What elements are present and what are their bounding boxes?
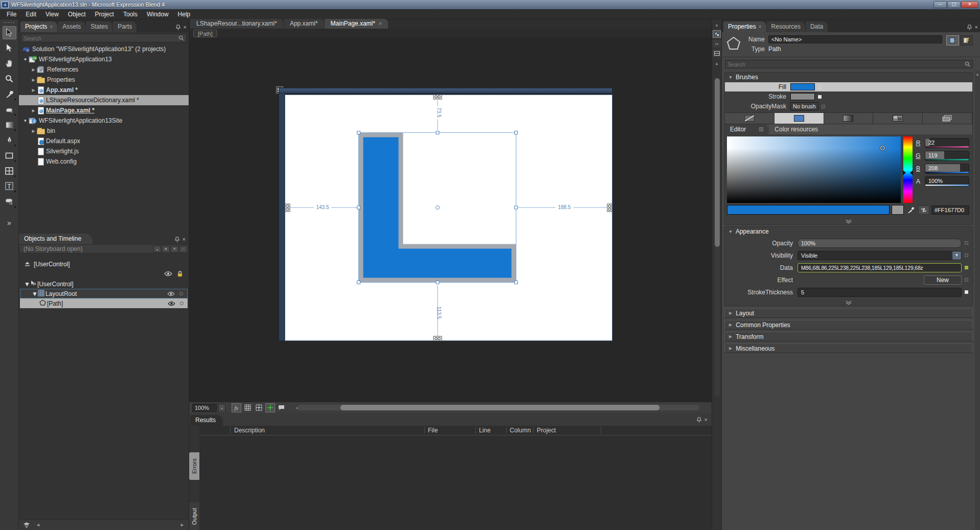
layout-grid-tool-icon[interactable] (3, 164, 16, 177)
objects-timeline-tab[interactable]: Objects and Timeline (19, 234, 93, 244)
visibility-select[interactable]: Visible (797, 251, 962, 260)
menu-edit[interactable]: Edit (21, 10, 41, 19)
tree-item-bin[interactable]: ▶ bin (19, 126, 189, 136)
red-channel-label[interactable]: R (915, 140, 921, 147)
artboard-hscrollbar[interactable] (298, 405, 699, 410)
saturation-value-field[interactable] (727, 136, 901, 203)
text-tool-icon[interactable]: T (3, 179, 16, 193)
lock-icon[interactable] (177, 271, 183, 277)
fill-brush-row[interactable]: Fill (725, 82, 972, 91)
eyedropper-icon[interactable] (906, 205, 916, 215)
green-channel-field[interactable]: 119 (925, 151, 969, 161)
vscrollbar-thumb[interactable] (715, 78, 720, 247)
results-list[interactable] (189, 435, 712, 530)
alpha-channel-label[interactable]: A (915, 178, 921, 185)
eye-icon[interactable] (167, 291, 175, 296)
show-grid-icon[interactable] (243, 403, 253, 412)
tree-item-defaultaspx[interactable]: Default.aspx (19, 136, 189, 146)
storyboard-add-button[interactable]: + (171, 246, 178, 252)
tree-item-webconfig[interactable]: Web.config (19, 156, 189, 167)
anchor-chain-icons[interactable] (285, 95, 612, 340)
expander-closed-icon[interactable]: ▶ (30, 78, 37, 82)
hue-marker-left-icon[interactable] (903, 170, 906, 175)
xaml-view-icon[interactable]: ‹› (713, 40, 721, 48)
expander-open-icon[interactable]: ▼ (22, 119, 29, 123)
split-view-icon[interactable] (713, 50, 721, 57)
events-view-icon[interactable] (960, 35, 973, 45)
tree-item-lshaperesourcedictionary[interactable]: LShapeResourceDictionary.xaml * (19, 95, 189, 105)
expander-closed-icon[interactable]: ▶ (30, 129, 37, 133)
color-resources-tab[interactable]: Color resources (769, 124, 972, 134)
path-data-field[interactable]: M86,68L86,225L238,225L238,185L129,185L12… (797, 263, 962, 272)
results-tab[interactable]: Results (190, 415, 223, 426)
section-transform[interactable]: ▶ Transform (724, 332, 973, 341)
object-row-usercontrol[interactable]: ▼ [UserControl] (20, 279, 188, 289)
zoom-dropdown-icon[interactable]: ⌄ (218, 404, 225, 412)
tree-item-properties-folder[interactable]: ▶ Properties (19, 75, 189, 85)
tab-resources[interactable]: Resources (767, 21, 805, 32)
layers-icon[interactable] (23, 522, 31, 528)
object-row-layoutroot[interactable]: ▼ LayoutRoot (20, 289, 188, 298)
tree-item-references[interactable]: ▶ References (19, 64, 189, 75)
green-channel-label[interactable]: G (915, 152, 921, 159)
tree-item-silverlightjs[interactable]: Silverlight.js (19, 146, 189, 156)
stroke-swatch[interactable] (790, 93, 815, 100)
tab-parts[interactable]: Parts (113, 21, 136, 32)
properties-search[interactable] (725, 60, 973, 68)
expander-open-icon[interactable]: ▼ (32, 290, 38, 297)
scroll-right-icon[interactable]: ► (180, 522, 185, 527)
menu-view[interactable]: View (41, 10, 63, 19)
fill-swatch[interactable] (790, 83, 815, 90)
hex-color-field[interactable]: #FF1677D0 (931, 205, 969, 215)
stroke-brush-row[interactable]: Stroke (725, 92, 972, 101)
expander-open-icon[interactable]: ▼ (22, 57, 29, 62)
blue-channel-field[interactable]: 208 (925, 164, 969, 174)
expander-open-icon[interactable]: ▼ (24, 281, 30, 288)
scope-up-icon[interactable] (24, 262, 31, 267)
titlebar[interactable]: 4 WFSilverlightApplication13.sln - Micro… (0, 0, 980, 9)
storyboard-picker-button[interactable]: ⌄ (153, 246, 161, 252)
doc-tab-close-icon[interactable]: × (379, 21, 382, 27)
section-miscellaneous[interactable]: ▶ Miscellaneous (724, 343, 973, 353)
collapse-caret-icon[interactable]: ▼ (715, 24, 719, 28)
tab-errors[interactable]: Errors (189, 452, 199, 480)
tree-item-project1[interactable]: ▼ C# WFSilverlightApplication13 (19, 54, 189, 64)
doc-tab-appxaml[interactable]: App.xaml* (284, 19, 324, 29)
direct-selection-tool-icon[interactable] (3, 41, 16, 55)
properties-scrollbar[interactable]: ▲ (975, 71, 980, 530)
more-tools-icon[interactable]: » (3, 216, 16, 229)
tab-close-icon[interactable]: × (50, 24, 53, 30)
design-view-icon[interactable] (713, 30, 721, 38)
fill-advanced-icon[interactable] (818, 85, 822, 89)
expander-closed-icon[interactable]: ▶ (30, 88, 37, 93)
pin-icon[interactable] (176, 25, 180, 30)
expander-closed-icon[interactable]: ▶ (30, 108, 37, 113)
editor-tab[interactable]: Editor (725, 124, 768, 134)
expander-closed-icon[interactable]: ▶ (30, 67, 37, 72)
column-description[interactable]: Description (234, 427, 265, 434)
tab-assets[interactable]: Assets (58, 21, 85, 32)
menu-help[interactable]: Help (173, 10, 195, 19)
no-brush-icon[interactable] (725, 113, 774, 124)
blue-channel-label[interactable]: B (915, 165, 921, 172)
visibility-dropdown-icon[interactable]: ▼ (952, 251, 961, 260)
tree-item-appxaml[interactable]: ▶ App.xaml * (19, 85, 189, 95)
scope-row[interactable]: [UserControl] (24, 260, 189, 269)
alpha-channel-field[interactable]: 100% (925, 176, 969, 187)
zoom-level[interactable]: 100% (192, 404, 217, 412)
visibility-advanced-icon[interactable] (965, 254, 968, 257)
artboard-vscrollbar[interactable] (715, 78, 720, 397)
selection-tool-icon[interactable] (3, 26, 16, 39)
artboard[interactable]: 73.5 143.5 188.5 113.5 (189, 38, 712, 402)
hscrollbar-thumb[interactable] (340, 405, 659, 410)
current-color-swatch[interactable] (727, 205, 890, 215)
tile-brush-icon[interactable] (873, 113, 923, 124)
opacity-advanced-icon[interactable] (965, 241, 968, 245)
tab-data[interactable]: Data (806, 21, 828, 32)
menu-file[interactable]: File (2, 10, 21, 19)
panel-close-icon[interactable]: × (183, 236, 186, 242)
properties-search-input[interactable] (727, 61, 965, 67)
section-common-properties[interactable]: ▶ Common Properties (724, 320, 973, 330)
hue-marker-right-icon[interactable] (910, 170, 913, 175)
tab-projects[interactable]: Projects× (20, 21, 57, 32)
